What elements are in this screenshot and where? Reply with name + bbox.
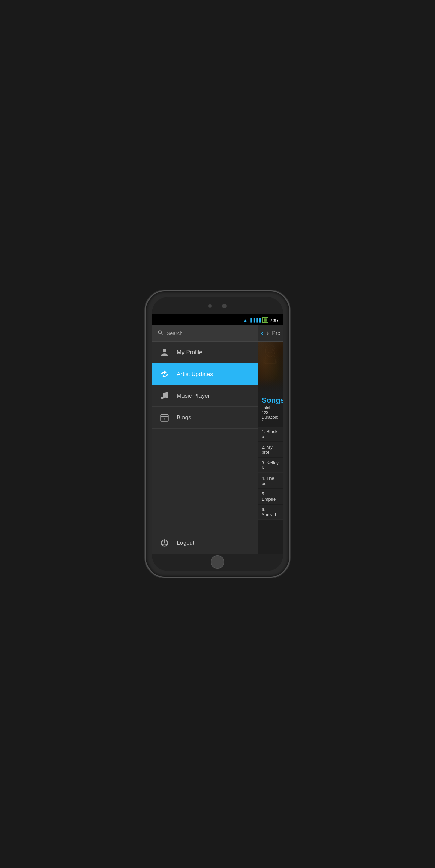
song-item-2-text: 2. My brot [262,445,279,455]
camera-dot [208,304,212,308]
screen-content: Search My Profile [152,325,283,554]
song-item-6[interactable]: 6. Spread [258,505,283,520]
svg-text:7: 7 [164,418,166,421]
nav-item-blogs[interactable]: 7 Blogs [152,407,258,429]
music-note-icon [159,391,170,401]
song-item-1-text: 1. Black b [262,429,279,439]
drawer-footer[interactable]: Logout [152,532,258,554]
phone-bezel-top [152,297,283,314]
songs-duration: Duration: 1 [262,415,279,424]
search-placeholder: Search [167,330,183,336]
song-item-3-text: 3. Kelloy K [262,460,279,470]
person-icon [159,347,170,358]
refresh-icon [159,369,170,380]
navigation-drawer: Search My Profile [152,325,258,554]
song-item-3[interactable]: 3. Kelloy K [258,458,283,473]
svg-point-3 [161,397,164,399]
signal-icon: ▐▐▐▐ [249,318,261,322]
album-art-gradient [258,379,283,393]
song-item-5[interactable]: 5. Empire [258,489,283,504]
songs-info: Songs Total: 123 Duration: 1 [258,393,283,427]
blogs-label: Blogs [177,414,191,421]
nav-item-artist-updates[interactable]: Artist Updates [152,363,258,385]
songs-title: Songs [262,396,279,405]
status-time: 7:07 [270,318,279,323]
back-arrow-icon[interactable]: ‹ [261,329,263,338]
svg-point-2 [163,349,166,352]
logout-label: Logout [177,540,194,546]
wifi-icon: ▲ [243,318,247,323]
song-item-4-text: 4. The pul [262,476,279,486]
song-item-4[interactable]: 4. The pul [258,473,283,488]
song-item-1[interactable]: 1. Black b [258,427,283,441]
calendar-icon: 7 [159,412,170,423]
right-toolbar: ‹ ♪ Pro [258,325,283,342]
phone-bezel-bottom [152,554,283,571]
nav-items-list: My Profile Artist Updates [152,342,258,532]
album-art [258,342,283,393]
song-item-6-text: 6. Spread [262,507,279,517]
song-item-2[interactable]: 2. My brot [258,442,283,457]
status-bar: ▲ ▐▐▐▐ ▓ 7:07 [152,314,283,325]
music-player-label: Music Player [177,393,210,399]
song-list: 1. Black b 2. My brot 3. Kelloy K 4. The… [258,427,283,520]
status-icons: ▲ ▐▐▐▐ ▓ 7:07 [243,317,279,323]
speaker-dot [222,304,227,308]
svg-line-1 [161,333,162,335]
right-panel: ‹ ♪ Pro [258,325,283,554]
my-profile-label: My Profile [177,349,203,356]
nav-item-my-profile[interactable]: My Profile [152,342,258,363]
toolbar-music-icon: ♪ [266,330,269,337]
toolbar-title: Pro [272,330,280,337]
song-item-5-text: 5. Empire [262,491,279,502]
home-button[interactable] [211,555,224,569]
songs-total: Total: 123 [262,405,279,415]
artist-updates-label: Artist Updates [177,371,213,378]
nav-item-music-player[interactable]: Music Player [152,385,258,407]
search-bar[interactable]: Search [152,325,258,342]
search-icon [158,330,163,337]
phone-screen: ▲ ▐▐▐▐ ▓ 7:07 [152,297,283,571]
battery-icon: ▓ [262,317,268,323]
svg-point-4 [165,396,168,398]
power-icon [159,538,170,548]
phone-device: ▲ ▐▐▐▐ ▓ 7:07 [146,291,289,577]
